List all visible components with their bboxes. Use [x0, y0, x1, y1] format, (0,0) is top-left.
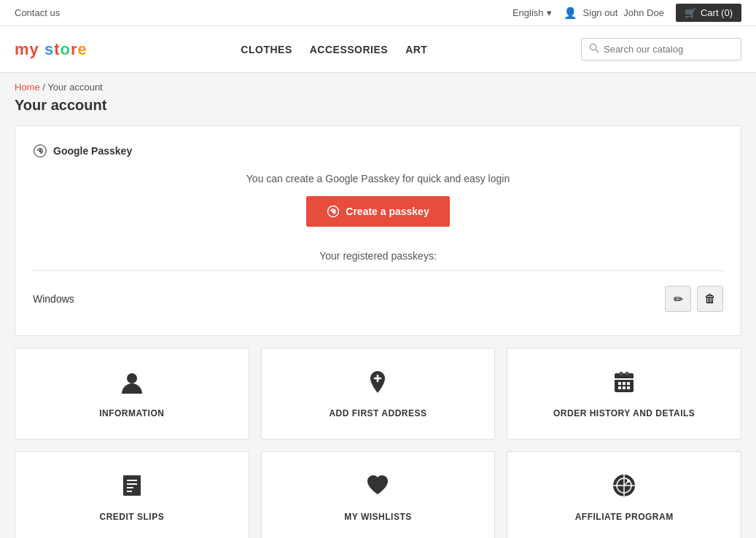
- passkey-actions: ✏ 🗑: [665, 286, 723, 312]
- page-title: Your account: [0, 93, 756, 125]
- edit-icon: ✏: [674, 292, 683, 306]
- account-card-my-wishlists[interactable]: MY WISHLISTS: [261, 451, 496, 538]
- divider: [33, 270, 723, 271]
- svg-point-6: [127, 373, 137, 383]
- cart-icon: 🛒: [685, 7, 696, 18]
- top-bar-actions: 👤 Sign out John Doe: [564, 7, 664, 20]
- add-first-address-label: ADD FIRST ADDRESS: [329, 408, 426, 418]
- cart-label: Cart (0): [701, 7, 733, 18]
- my-wishlists-icon: [365, 472, 391, 504]
- information-icon: [119, 369, 145, 401]
- language-selector[interactable]: English ▾: [513, 7, 552, 18]
- passkey-btn-wrap: Create a passkey: [33, 196, 723, 238]
- account-card-affiliate-program[interactable]: AFFILIATE PROGRAM: [507, 451, 741, 538]
- user-name: John Doe: [623, 7, 664, 18]
- account-card-order-history[interactable]: ORDER HISTORY AND DETAILS: [507, 348, 741, 440]
- breadcrumb-current: Your account: [47, 82, 102, 93]
- delete-passkey-button[interactable]: 🗑: [697, 286, 723, 312]
- passkey-card: Google Passkey You can create a Google P…: [15, 125, 741, 336]
- user-icon: 👤: [564, 7, 577, 20]
- information-label: INFORMATION: [99, 408, 164, 418]
- svg-point-5: [332, 211, 334, 212]
- logo-o: o: [61, 40, 71, 58]
- nav-clothes[interactable]: CLOTHES: [241, 44, 292, 55]
- svg-line-1: [596, 50, 599, 52]
- logo-space: [39, 40, 44, 58]
- add-first-address-icon: [365, 369, 391, 401]
- account-card-information[interactable]: INFORMATION: [15, 348, 249, 440]
- svg-rect-17: [623, 386, 626, 389]
- svg-point-3: [39, 150, 42, 152]
- svg-rect-14: [623, 382, 626, 385]
- svg-rect-19: [123, 475, 141, 496]
- create-passkey-label: Create a passkey: [346, 206, 429, 217]
- site-logo[interactable]: my store: [15, 40, 87, 59]
- search-input[interactable]: [604, 44, 733, 55]
- credit-slips-label: CREDIT SLIPS: [99, 512, 164, 522]
- signout-top-link[interactable]: Sign out: [583, 7, 618, 18]
- passkey-name: Windows: [33, 293, 74, 305]
- delete-icon: 🗑: [704, 292, 716, 305]
- top-bar: Contact us English ▾ 👤 Sign out John Doe…: [0, 0, 756, 26]
- affiliate-program-label: AFFILIATE PROGRAM: [575, 512, 674, 522]
- main-nav: CLOTHES ACCESSORIES ART: [241, 44, 427, 55]
- lang-label: English: [513, 7, 544, 18]
- passkey-title: Google Passkey: [53, 145, 132, 157]
- affiliate-program-icon: [611, 472, 637, 504]
- svg-rect-15: [627, 382, 630, 385]
- breadcrumb-home[interactable]: Home: [15, 82, 40, 93]
- logo-my: my: [15, 40, 39, 58]
- order-history-icon: [611, 369, 637, 401]
- create-passkey-button[interactable]: Create a passkey: [306, 196, 449, 227]
- account-card-credit-slips[interactable]: CREDIT SLIPS: [15, 451, 249, 538]
- registered-passkeys-label: Your registered passkeys:: [33, 250, 723, 262]
- svg-rect-13: [618, 382, 621, 385]
- search-box: [581, 38, 741, 61]
- svg-rect-10: [620, 372, 623, 375]
- svg-point-0: [590, 44, 596, 50]
- logo-r: r: [71, 40, 78, 58]
- credit-slips-icon: [119, 472, 145, 504]
- logo-s: s: [44, 40, 54, 58]
- svg-rect-16: [618, 386, 621, 389]
- my-wishlists-label: MY WISHLISTS: [344, 512, 411, 522]
- passkey-btn-icon: [327, 205, 340, 218]
- account-cards-grid: INFORMATION ADD FIRST ADDRESS: [15, 348, 741, 538]
- logo-e: e: [78, 40, 87, 58]
- account-card-add-first-address[interactable]: ADD FIRST ADDRESS: [261, 348, 496, 440]
- svg-rect-11: [626, 372, 628, 375]
- site-header: my store CLOTHES ACCESSORIES ART: [0, 26, 756, 73]
- fingerprint-icon: [33, 144, 47, 158]
- logo-t: t: [54, 40, 60, 58]
- search-icon: [589, 43, 599, 55]
- top-bar-right: English ▾ 👤 Sign out John Doe 🛒 Cart (0): [513, 4, 741, 22]
- cart-button[interactable]: 🛒 Cart (0): [676, 4, 741, 22]
- passkey-header: Google Passkey: [33, 144, 723, 158]
- order-history-label: ORDER HISTORY AND DETAILS: [553, 408, 695, 418]
- nav-art[interactable]: ART: [405, 44, 427, 55]
- nav-accessories[interactable]: ACCESSORIES: [310, 44, 388, 55]
- passkey-entry: Windows ✏ 🗑: [33, 280, 723, 318]
- breadcrumb-area: Home / Your account: [0, 73, 756, 93]
- svg-rect-18: [627, 386, 630, 389]
- chevron-down-icon: ▾: [547, 7, 552, 18]
- contact-label[interactable]: Contact us: [15, 7, 60, 18]
- main-content: Google Passkey You can create a Google P…: [0, 125, 756, 538]
- edit-passkey-button[interactable]: ✏: [665, 286, 691, 312]
- passkey-description: You can create a Google Passkey for quic…: [33, 173, 723, 184]
- breadcrumb: Home / Your account: [15, 82, 741, 93]
